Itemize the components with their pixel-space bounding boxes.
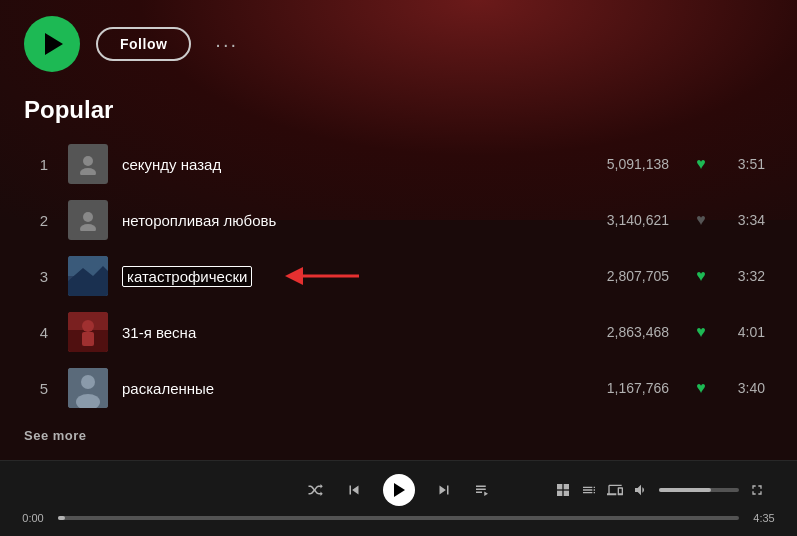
- album-art-icon: [68, 368, 108, 408]
- track-duration: 3:34: [729, 212, 765, 228]
- track-duration: 3:32: [729, 268, 765, 284]
- play-button-large[interactable]: [24, 16, 80, 72]
- player-controls: [16, 474, 781, 506]
- fullscreen-icon: [749, 482, 765, 498]
- top-controls: Follow ···: [24, 16, 773, 72]
- heart-icon[interactable]: ♥: [689, 267, 713, 285]
- track-number: 1: [32, 156, 56, 173]
- track-duration: 3:51: [729, 156, 765, 172]
- track-duration: 3:40: [729, 380, 765, 396]
- svg-point-11: [82, 320, 94, 332]
- svg-point-14: [81, 375, 95, 389]
- heart-icon[interactable]: ♥: [689, 323, 713, 341]
- track-number: 4: [32, 324, 56, 341]
- track-name: раскаленные: [122, 380, 579, 397]
- svg-point-1: [80, 168, 96, 175]
- track-thumbnail: [68, 256, 108, 296]
- album-art-icon: [68, 256, 108, 296]
- list-icon: [581, 482, 597, 498]
- skip-forward-icon: [435, 481, 453, 499]
- track-thumbnail: [68, 368, 108, 408]
- queue-button[interactable]: [473, 481, 491, 499]
- skip-back-icon: [345, 481, 363, 499]
- play-icon-small: [394, 483, 405, 497]
- follow-button[interactable]: Follow: [96, 27, 191, 61]
- volume-icon: [633, 482, 649, 498]
- track-duration: 4:01: [729, 324, 765, 340]
- svg-point-2: [83, 212, 93, 222]
- track-number: 3: [32, 268, 56, 285]
- right-controls: [555, 482, 765, 498]
- section-title: Popular: [24, 96, 773, 124]
- fullscreen-button[interactable]: [749, 482, 765, 498]
- svg-rect-12: [82, 332, 94, 346]
- play-count: 3,140,621: [579, 212, 669, 228]
- track-name: неторопливая любовь: [122, 212, 579, 229]
- heart-icon[interactable]: ♥: [689, 379, 713, 397]
- track-name: 31-я весна: [122, 324, 579, 341]
- heart-icon[interactable]: ♥: [689, 155, 713, 173]
- see-more-button[interactable]: See more: [24, 428, 773, 443]
- svg-rect-16: [557, 484, 562, 489]
- main-content: Follow ··· Popular 1 секунду назад 5,091…: [0, 0, 797, 460]
- svg-point-3: [80, 224, 96, 231]
- track-list: 1 секунду назад 5,091,138 ♥ 3:51 2: [24, 136, 773, 416]
- play-count: 1,167,766: [579, 380, 669, 396]
- play-count: 5,091,138: [579, 156, 669, 172]
- next-button[interactable]: [435, 481, 453, 499]
- track-number: 2: [32, 212, 56, 229]
- now-playing-icon: [555, 482, 571, 498]
- list-item[interactable]: 1 секунду назад 5,091,138 ♥ 3:51: [24, 136, 773, 192]
- volume-slider[interactable]: [659, 488, 739, 492]
- play-icon: [45, 33, 63, 55]
- play-pause-button[interactable]: [383, 474, 415, 506]
- queue-icon: [473, 481, 491, 499]
- album-art-icon: [68, 312, 108, 352]
- shuffle-icon: [307, 481, 325, 499]
- svg-rect-17: [557, 490, 562, 495]
- play-count: 2,807,705: [579, 268, 669, 284]
- shuffle-button[interactable]: [307, 481, 325, 499]
- track-thumbnail: [68, 200, 108, 240]
- svg-point-0: [83, 156, 93, 166]
- previous-button[interactable]: [345, 481, 363, 499]
- progress-bar[interactable]: [58, 516, 739, 520]
- player-bar: 0:00 4:35: [0, 460, 797, 536]
- devices-icon: [607, 482, 623, 498]
- svg-rect-18: [564, 484, 569, 489]
- devices-button[interactable]: [607, 482, 623, 498]
- queue-list-button[interactable]: [581, 482, 597, 498]
- progress-row: 0:00 4:35: [16, 512, 781, 524]
- svg-rect-19: [564, 490, 569, 495]
- total-time: 4:35: [747, 512, 781, 524]
- track-thumbnail: [68, 312, 108, 352]
- volume-fill: [659, 488, 711, 492]
- list-item[interactable]: 4 31-я весна 2,863,468 ♥ 4:01: [24, 304, 773, 360]
- track-thumbnail: [68, 144, 108, 184]
- person-icon: [77, 209, 99, 231]
- track-name: катастрофически: [122, 266, 579, 287]
- volume-button[interactable]: [633, 482, 649, 498]
- heart-icon[interactable]: ♥: [689, 211, 713, 229]
- track-number: 5: [32, 380, 56, 397]
- list-item[interactable]: 3 катастрофически: [24, 248, 773, 304]
- now-playing-button[interactable]: [555, 482, 571, 498]
- progress-fill: [58, 516, 65, 520]
- list-item[interactable]: 5 раскаленные 1,167,766 ♥ 3:40: [24, 360, 773, 416]
- more-options-button[interactable]: ···: [207, 29, 246, 60]
- play-count: 2,863,468: [579, 324, 669, 340]
- list-item[interactable]: 2 неторопливая любовь 3,140,621 ♥ 3:34: [24, 192, 773, 248]
- track-name: секунду назад: [122, 156, 579, 173]
- current-time: 0:00: [16, 512, 50, 524]
- track-name-annotated: катастрофически: [122, 266, 252, 287]
- person-icon: [77, 153, 99, 175]
